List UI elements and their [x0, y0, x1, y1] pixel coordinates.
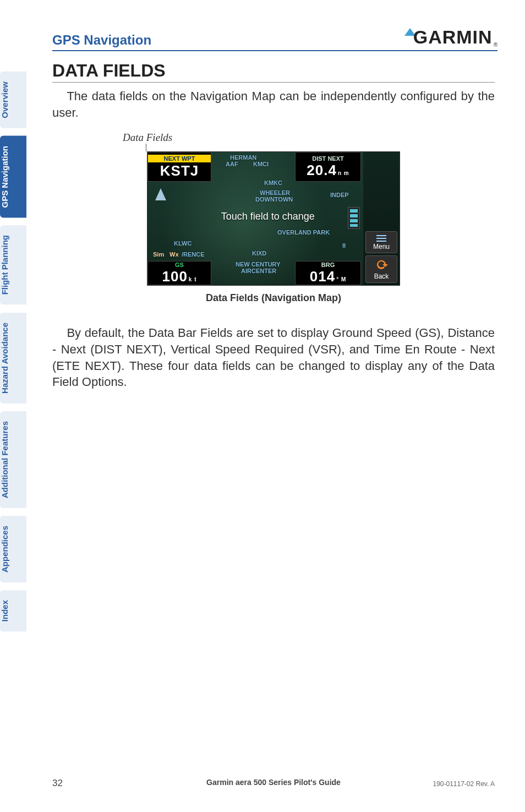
tab-additional-features[interactable]: Additional Features	[0, 411, 26, 508]
map-label-kixd: KIXD	[252, 250, 266, 257]
df-label: GS	[148, 261, 211, 268]
back-button[interactable]: Back	[365, 255, 397, 283]
tab-flight-planning[interactable]: Flight Planning	[0, 225, 26, 304]
map-label-wx: Wx	[169, 251, 179, 258]
menu-bars-icon	[376, 235, 386, 236]
page-header: GPS Navigation GARMIN ®	[52, 26, 497, 51]
logo-text: GARMIN	[413, 26, 493, 48]
df-num: 100	[162, 268, 187, 285]
paragraph-1: The data fields on the Navigation Map ca…	[52, 88, 495, 121]
garmin-logo: GARMIN ®	[404, 26, 497, 48]
data-field-brg[interactable]: BRG 014° M	[295, 261, 361, 285]
callout-label: Data Fields	[123, 132, 495, 144]
range-indicator-icon[interactable]	[348, 207, 360, 229]
tab-appendices[interactable]: Appendices	[0, 516, 26, 582]
map-label-klwc: KLWC	[174, 240, 192, 247]
df-value: 100k t	[148, 268, 211, 285]
map-label-aaf: AAF	[226, 161, 238, 167]
data-field-gs[interactable]: GS 100k t	[147, 261, 211, 285]
logo-registered: ®	[494, 42, 497, 48]
touch-to-change-label: Touch field to change	[221, 210, 315, 222]
data-field-next-wpt[interactable]: NEXT WPT KSTJ	[147, 152, 211, 182]
back-arrow-icon	[375, 258, 388, 271]
tab-index[interactable]: Index	[0, 590, 26, 631]
df-value: 20.4n m	[296, 162, 360, 179]
map-label-newcentury: NEW CENTURY	[236, 261, 280, 268]
map-label-wheeler: WHEELER	[260, 189, 290, 196]
map-label-rence: /RENCE	[182, 251, 205, 258]
paragraph-2: By default, the Data Bar Fields are set …	[52, 325, 495, 390]
df-value: KSTJ	[148, 162, 211, 179]
figure-caption: Data Fields (Navigation Map)	[52, 292, 495, 304]
page-number: 32	[52, 778, 63, 789]
df-unit: k t	[189, 276, 197, 282]
map-label-sim: Sim	[153, 251, 164, 258]
map-label-herman: HERMAN	[230, 154, 256, 161]
tab-gps-navigation[interactable]: GPS Navigation	[0, 136, 26, 218]
menu-label: Menu	[373, 243, 390, 250]
callout-leader-line	[146, 144, 146, 151]
device-screenshot: NEXT WPT KSTJ DIST NEXT 20.4n m GS 100k …	[147, 151, 400, 286]
df-num: 014	[310, 268, 335, 285]
map-label-eight: 8	[342, 242, 346, 249]
footer-title: Garmin aera 500 Series Pilot's Guide	[206, 778, 341, 787]
map-label-indep: INDEP	[330, 192, 349, 198]
footer-revision: 190-01117-02 Rev. A	[433, 780, 495, 788]
map-label-overland: OVERLAND PARK	[277, 229, 330, 236]
df-label: NEXT WPT	[148, 155, 211, 162]
h2-data-fields: DATA FIELDS	[52, 61, 495, 83]
map-label-kmci: KMCI	[253, 161, 269, 167]
section-title: GPS Navigation	[52, 32, 151, 48]
map-label-downtown: DOWNTOWN	[255, 196, 293, 203]
map-label-kmkc: KMKC	[264, 179, 282, 186]
device-side-column: Menu Back	[363, 152, 400, 285]
page-footer: 32 Garmin aera 500 Series Pilot's Guide …	[52, 778, 495, 789]
map-label-aircenter: AIRCENTER	[241, 268, 276, 274]
df-unit: ° M	[336, 276, 346, 282]
data-field-dist-next[interactable]: DIST NEXT 20.4n m	[295, 152, 361, 182]
df-num: 20.4	[307, 162, 337, 178]
df-unit: n m	[338, 170, 349, 176]
df-label: DIST NEXT	[296, 155, 360, 162]
page-content: DATA FIELDS The data fields on the Navig…	[52, 61, 495, 401]
side-tabs: Overview GPS Navigation Flight Planning …	[0, 72, 26, 631]
back-label: Back	[374, 273, 389, 280]
north-arrow-icon	[155, 188, 166, 200]
df-label: BRG	[296, 261, 360, 268]
tab-hazard-avoidance[interactable]: Hazard Avoidance	[0, 313, 26, 404]
df-value: 014° M	[296, 268, 360, 285]
menu-button[interactable]: Menu	[365, 231, 397, 253]
tab-overview[interactable]: Overview	[0, 72, 26, 128]
